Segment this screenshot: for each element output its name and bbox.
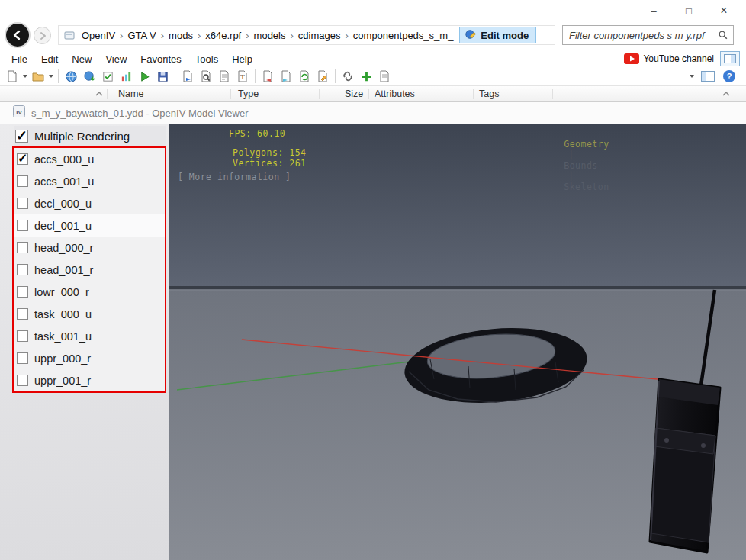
view-columns-button[interactable] xyxy=(699,68,717,85)
breadcrumb-item-componentpeds[interactable]: componentpeds_s_m_ xyxy=(350,28,457,43)
page-view-icon[interactable] xyxy=(215,68,233,85)
model-row-task-000[interactable]: task_000_u xyxy=(14,303,165,325)
model-row-uppr-001[interactable]: uppr_001_r xyxy=(14,369,165,391)
page-search-icon[interactable] xyxy=(197,68,215,85)
search-icon xyxy=(718,30,728,40)
list-scroll-up[interactable] xyxy=(722,89,731,98)
multiple-rendering-row[interactable]: Multiple Rendering xyxy=(14,126,166,146)
model-checkbox[interactable] xyxy=(17,220,28,231)
toolbar-dropdown-button[interactable] xyxy=(688,68,696,85)
model-row-lowr-000[interactable]: lowr_000_r xyxy=(14,281,165,303)
properties-icon[interactable] xyxy=(375,68,394,85)
model-row-accs-001[interactable]: accs_001_u xyxy=(14,170,165,192)
model-checkbox[interactable] xyxy=(17,198,28,209)
edit-file-icon[interactable] xyxy=(314,68,332,85)
model-checkbox[interactable] xyxy=(17,264,28,275)
save-icon[interactable] xyxy=(153,68,172,85)
column-header-size[interactable]: Size xyxy=(345,89,363,99)
open-folder-dropdown[interactable] xyxy=(47,68,55,85)
model-viewer-titlebar[interactable]: IV s_m_y_baywatch_01.ydd - OpenIV Model … xyxy=(0,102,746,124)
breadcrumb-item-openiv[interactable]: OpenIV xyxy=(79,28,118,43)
breadcrumb-separator: › xyxy=(244,30,250,41)
tab-bounds[interactable]: Bounds xyxy=(564,160,598,171)
model-label: accs_000_u xyxy=(34,153,94,166)
open-folder-icon[interactable] xyxy=(29,68,47,85)
back-button[interactable] xyxy=(5,22,31,48)
menu-edit[interactable]: Edit xyxy=(34,52,65,66)
fps-counter: FPS: 60.10 xyxy=(229,128,285,139)
breadcrumb-separator: › xyxy=(159,30,166,41)
stats-bars-icon[interactable] xyxy=(117,68,135,85)
forward-button[interactable] xyxy=(34,27,51,44)
breadcrumb-item-cdimages[interactable]: cdimages xyxy=(295,28,344,43)
model-row-decl-000[interactable]: decl_000_u xyxy=(14,192,165,214)
model-checkbox[interactable] xyxy=(17,352,28,364)
page-export-icon[interactable] xyxy=(178,68,197,85)
add-file-icon[interactable] xyxy=(357,68,375,85)
toolbar-overflow-separator[interactable] xyxy=(680,69,682,83)
model-label: decl_000_u xyxy=(34,198,92,210)
column-header-tags[interactable]: Tags xyxy=(479,89,499,99)
model-checkbox[interactable] xyxy=(17,242,28,253)
model-row-uppr-000[interactable]: uppr_000_r xyxy=(14,347,165,369)
new-file-dropdown[interactable] xyxy=(21,68,29,85)
breadcrumb-item-models[interactable]: models xyxy=(251,28,289,43)
column-header-attributes[interactable]: Attributes xyxy=(375,89,415,99)
model-row-task-001[interactable]: task_001_u xyxy=(14,325,165,347)
model-checkbox[interactable] xyxy=(17,153,28,165)
model-viewer-title: s_m_y_baywatch_01.ydd - OpenIV Model Vie… xyxy=(31,108,248,119)
model-row-head-000[interactable]: head_000_r xyxy=(14,237,165,259)
channel-panel-button[interactable] xyxy=(720,51,740,66)
close-button[interactable]: × xyxy=(706,0,741,21)
more-information-link[interactable]: [ More information ] xyxy=(178,172,291,182)
model-label: decl_001_u xyxy=(34,220,92,232)
run-script-icon[interactable] xyxy=(135,68,153,85)
column-header-name[interactable]: Name xyxy=(118,89,143,99)
breadcrumb-item-mods[interactable]: mods xyxy=(166,28,196,43)
breadcrumb-item-gtav[interactable]: GTA V xyxy=(124,28,159,43)
model-viewer-window: IV s_m_y_baywatch_01.ydd - OpenIV Model … xyxy=(0,101,746,560)
menu-view[interactable]: View xyxy=(98,52,133,66)
breadcrumb-separator: › xyxy=(289,30,295,41)
edit-mode-button[interactable]: Edit mode xyxy=(459,27,536,43)
link-icon[interactable] xyxy=(339,68,357,85)
import-file-icon[interactable] xyxy=(259,68,277,85)
text-editor-icon[interactable]: T xyxy=(233,68,252,85)
menu-file[interactable]: File xyxy=(5,52,34,66)
model-checkbox[interactable] xyxy=(17,286,28,298)
menu-help[interactable]: Help xyxy=(225,52,259,66)
menu-new[interactable]: New xyxy=(65,52,98,66)
tab-separator: | xyxy=(564,150,578,160)
tree-scroll-up[interactable] xyxy=(95,89,104,98)
youtube-channel-button[interactable]: YouTube channel xyxy=(624,53,714,64)
multiple-rendering-checkbox[interactable] xyxy=(15,130,28,143)
help-button[interactable]: ? xyxy=(720,68,738,85)
model-checkbox[interactable] xyxy=(17,330,28,342)
replace-file-icon[interactable] xyxy=(295,68,314,85)
globe-download-icon[interactable] xyxy=(80,68,98,85)
menu-tools[interactable]: Tools xyxy=(188,52,225,66)
model-checkbox[interactable] xyxy=(17,375,28,386)
viewport-tabs: Geometry | Bounds | Skeleton xyxy=(507,128,609,203)
globe-icon[interactable] xyxy=(62,68,80,85)
maximize-button[interactable]: □ xyxy=(671,0,706,21)
column-header-type[interactable]: Type xyxy=(238,89,259,99)
model-row-decl-001[interactable]: decl_001_u xyxy=(14,214,165,237)
model-row-accs-000[interactable]: accs_000_u xyxy=(14,148,165,170)
model-checkbox[interactable] xyxy=(17,308,28,320)
viewport-3d[interactable]: FPS: 60.10 Geometry | Bounds | Skeleton … xyxy=(169,124,746,560)
tab-skeleton[interactable]: Skeleton xyxy=(564,182,609,192)
location-icon xyxy=(63,29,76,41)
menu-favorites[interactable]: Favorites xyxy=(133,52,188,66)
breadcrumb-separator: › xyxy=(343,30,349,41)
model-row-head-001[interactable]: head_001_r xyxy=(14,259,165,281)
breadcrumb-item-x64e[interactable]: x64e.rpf xyxy=(202,28,244,43)
filter-input[interactable] xyxy=(563,30,718,41)
model-label: task_000_u xyxy=(34,308,92,320)
minimize-button[interactable]: – xyxy=(636,0,671,21)
checklist-icon[interactable] xyxy=(98,68,117,85)
model-checkbox[interactable] xyxy=(17,175,28,187)
new-file-icon[interactable] xyxy=(3,68,21,85)
tab-geometry[interactable]: Geometry xyxy=(564,139,609,150)
export-file-icon[interactable] xyxy=(277,68,295,85)
